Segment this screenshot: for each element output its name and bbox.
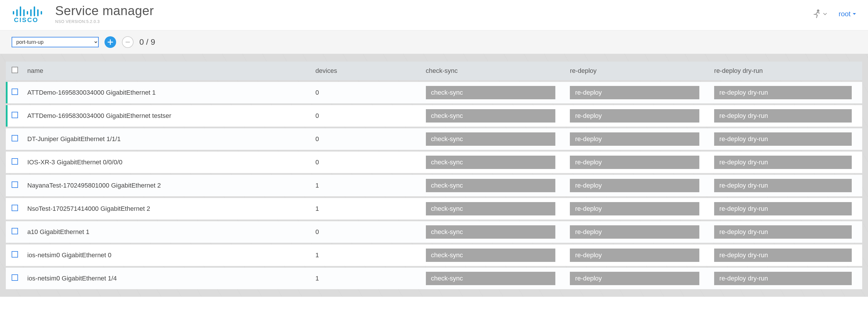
user-label: root — [839, 10, 850, 18]
user-menu[interactable]: root — [839, 10, 857, 18]
row-checkbox[interactable] — [11, 251, 18, 258]
svg-rect-8 — [41, 11, 42, 14]
redeploy-dry-run-button[interactable]: re-deploy dry-run — [714, 86, 852, 99]
svg-point-10 — [817, 10, 819, 11]
redeploy-dry-run-button[interactable]: re-deploy dry-run — [714, 132, 852, 146]
redeploy-button[interactable]: re-deploy — [570, 109, 699, 123]
content-area: name devices check-sync re-deploy re-dep… — [0, 54, 868, 297]
cell-name: ATTDemo-1695830034000 GigabitEthernet te… — [23, 105, 311, 127]
page-title: Service manager — [55, 3, 154, 18]
col-redeploy-dry[interactable]: re-deploy dry-run — [710, 62, 862, 80]
col-redeploy[interactable]: re-deploy — [565, 62, 710, 80]
redeploy-dry-run-button[interactable]: re-deploy dry-run — [714, 248, 852, 262]
app-header: CISCO Service manager NSO VERSION:5.2.0.… — [0, 0, 868, 30]
redeploy-button[interactable]: re-deploy — [570, 156, 699, 169]
header-right: root — [812, 9, 857, 19]
select-all-checkbox[interactable] — [11, 67, 18, 73]
minus-icon — [125, 39, 130, 45]
cell-devices: 0 — [311, 82, 421, 103]
table-row[interactable]: ios-netsim0 GigabitEthernet 1/41check-sy… — [6, 268, 862, 289]
cell-devices: 1 — [311, 198, 421, 219]
title-block: Service manager NSO VERSION:5.2.0.3 — [55, 3, 154, 24]
cell-devices: 0 — [311, 128, 421, 150]
plus-icon — [107, 39, 113, 45]
check-sync-button[interactable]: check-sync — [426, 132, 555, 146]
svg-rect-3 — [23, 9, 25, 16]
check-sync-button[interactable]: check-sync — [426, 86, 555, 99]
cell-devices: 1 — [311, 244, 421, 266]
services-table: name devices check-sync re-deploy re-dep… — [6, 60, 862, 291]
toolbar: port-turn-up 0 / 9 — [0, 30, 868, 54]
header-left: CISCO Service manager NSO VERSION:5.2.0.… — [11, 3, 154, 24]
row-checkbox[interactable] — [11, 158, 18, 164]
table-row[interactable]: IOS-XR-3 GigabitEthernet 0/0/0/00check-s… — [6, 152, 862, 173]
table-row[interactable]: NayanaTest-1702495801000 GigabitEthernet… — [6, 175, 862, 196]
redeploy-dry-run-button[interactable]: re-deploy dry-run — [714, 179, 852, 192]
check-sync-button[interactable]: check-sync — [426, 156, 555, 169]
svg-rect-0 — [13, 11, 14, 14]
table-row[interactable]: ATTDemo-1695830034000 GigabitEthernet 10… — [6, 82, 862, 103]
redeploy-button[interactable]: re-deploy — [570, 248, 699, 262]
svg-rect-6 — [34, 6, 35, 16]
redeploy-button[interactable]: re-deploy — [570, 132, 699, 146]
add-button[interactable] — [104, 36, 116, 48]
cell-name: ios-netsim0 GigabitEthernet 1/4 — [23, 268, 311, 289]
cell-name: NayanaTest-1702495801000 GigabitEthernet… — [23, 175, 311, 196]
check-sync-button[interactable]: check-sync — [426, 202, 555, 215]
check-sync-button[interactable]: check-sync — [426, 248, 555, 262]
row-checkbox[interactable] — [11, 181, 18, 188]
col-name[interactable]: name — [23, 62, 311, 80]
redeploy-dry-run-button[interactable]: re-deploy dry-run — [714, 109, 852, 123]
svg-rect-5 — [30, 9, 32, 16]
redeploy-dry-run-button[interactable]: re-deploy dry-run — [714, 272, 852, 285]
cell-devices: 0 — [311, 105, 421, 127]
redeploy-button[interactable]: re-deploy — [570, 272, 699, 285]
redeploy-button[interactable]: re-deploy — [570, 86, 699, 99]
table-row[interactable]: ios-netsim0 GigabitEthernet 01check-sync… — [6, 244, 862, 266]
activity-icon[interactable] — [812, 9, 827, 19]
redeploy-button[interactable]: re-deploy — [570, 202, 699, 215]
row-checkbox[interactable] — [11, 112, 18, 118]
redeploy-button[interactable]: re-deploy — [570, 225, 699, 239]
check-sync-button[interactable]: check-sync — [426, 272, 555, 285]
col-devices[interactable]: devices — [311, 62, 421, 80]
chevron-down-icon — [823, 12, 827, 16]
cell-name: ATTDemo-1695830034000 GigabitEthernet 1 — [23, 82, 311, 103]
row-checkbox[interactable] — [11, 89, 18, 95]
table-header-row: name devices check-sync re-deploy re-dep… — [6, 62, 862, 80]
cell-devices: 1 — [311, 175, 421, 196]
check-sync-button[interactable]: check-sync — [426, 225, 555, 239]
cell-name: DT-Juniper GigabitEthernet 1/1/1 — [23, 128, 311, 150]
cell-name: ios-netsim0 GigabitEthernet 0 — [23, 244, 311, 266]
table-row[interactable]: ATTDemo-1695830034000 GigabitEthernet te… — [6, 105, 862, 127]
row-checkbox[interactable] — [11, 205, 18, 211]
remove-button[interactable] — [122, 36, 133, 48]
caret-down-icon — [852, 12, 857, 16]
cell-devices: 0 — [311, 221, 421, 243]
cell-name: IOS-XR-3 GigabitEthernet 0/0/0/0 — [23, 152, 311, 173]
redeploy-dry-run-button[interactable]: re-deploy dry-run — [714, 156, 852, 169]
table-row[interactable]: a10 GigabitEthernet 10check-syncre-deplo… — [6, 221, 862, 243]
version-label: NSO VERSION:5.2.0.3 — [55, 19, 154, 24]
svg-rect-4 — [27, 11, 28, 14]
row-checkbox[interactable] — [11, 135, 18, 142]
cell-name: a10 GigabitEthernet 1 — [23, 221, 311, 243]
redeploy-dry-run-button[interactable]: re-deploy dry-run — [714, 202, 852, 215]
service-select[interactable]: port-turn-up — [11, 37, 99, 47]
table-row[interactable]: DT-Juniper GigabitEthernet 1/1/10check-s… — [6, 128, 862, 150]
row-checkbox[interactable] — [11, 228, 18, 234]
check-sync-button[interactable]: check-sync — [426, 179, 555, 192]
table-row[interactable]: NsoTest-1702571414000 GigabitEthernet 21… — [6, 198, 862, 219]
svg-rect-2 — [20, 6, 21, 16]
check-sync-button[interactable]: check-sync — [426, 109, 555, 123]
redeploy-button[interactable]: re-deploy — [570, 179, 699, 192]
cell-devices: 1 — [311, 268, 421, 289]
cell-name: NsoTest-1702571414000 GigabitEthernet 2 — [23, 198, 311, 219]
svg-rect-1 — [16, 9, 18, 16]
selection-counter: 0 / 9 — [140, 37, 155, 47]
cell-devices: 0 — [311, 152, 421, 173]
col-check-sync[interactable]: check-sync — [421, 62, 565, 80]
row-checkbox[interactable] — [11, 274, 18, 281]
redeploy-dry-run-button[interactable]: re-deploy dry-run — [714, 225, 852, 239]
svg-rect-7 — [37, 9, 39, 16]
